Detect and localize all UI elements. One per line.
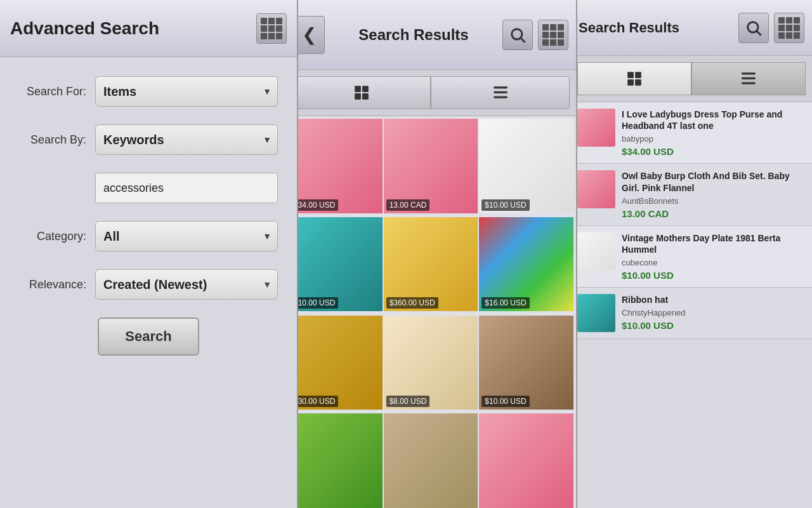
result-item[interactable]: $8.00 USD — [384, 316, 478, 410]
item-info: I Love Ladybugs Dress Top Purse and Head… — [622, 109, 806, 157]
svg-rect-15 — [742, 72, 756, 74]
middle-results-header: ❮ Search Results — [285, 0, 576, 70]
middle-results-title: Search Results — [325, 26, 502, 44]
svg-rect-4 — [355, 93, 361, 100]
item-price: $10.00 USD — [622, 320, 806, 331]
svg-rect-7 — [494, 91, 508, 93]
result-item[interactable] — [384, 413, 478, 508]
relevance-select[interactable]: Created (Newest) Created (Oldest) Price:… — [95, 269, 278, 300]
list-item[interactable]: I Love Ladybugs Dress Top Purse and Head… — [571, 102, 812, 164]
svg-rect-16 — [742, 77, 756, 79]
item-title: Owl Baby Burp Cloth And Bib Set. Baby Gi… — [622, 170, 806, 193]
result-item[interactable]: $10.00 USD — [479, 316, 573, 410]
result-item[interactable]: 13.00 CAD — [384, 119, 478, 213]
result-item[interactable]: $16.00 USD — [479, 217, 573, 312]
middle-grid-view-btn[interactable] — [292, 76, 431, 109]
middle-grid-icon — [542, 24, 564, 46]
item-info: Owl Baby Burp Cloth And Bib Set. Baby Gi… — [622, 170, 806, 218]
middle-header-icons — [502, 20, 568, 50]
right-search-button[interactable] — [738, 13, 769, 43]
middle-view-toggles — [285, 70, 576, 116]
search-by-select-wrapper: Keywords Tags Titles ▼ — [95, 124, 278, 155]
middle-results-panel: ❮ Search Results — [285, 0, 577, 508]
middle-grid-results: $34.00 USD 13.00 CAD $10.00 USD $10.00 U… — [285, 116, 576, 508]
middle-grid-button[interactable] — [538, 20, 568, 50]
svg-rect-3 — [362, 86, 369, 92]
svg-rect-17 — [742, 82, 756, 84]
right-grid-button[interactable] — [774, 13, 804, 43]
search-for-row: Search For: Items Shops Tags ▼ — [19, 76, 278, 107]
svg-rect-11 — [627, 72, 634, 78]
result-item[interactable]: $10.00 USD — [479, 119, 573, 213]
svg-rect-8 — [494, 96, 508, 98]
svg-point-0 — [512, 29, 522, 39]
relevance-row: Relevance: Created (Newest) Created (Old… — [19, 269, 278, 300]
middle-search-button[interactable] — [502, 20, 533, 50]
result-item[interactable] — [288, 413, 383, 508]
search-for-label: Search For: — [19, 85, 95, 98]
result-item-price: 13.00 CAD — [386, 199, 430, 211]
list-item[interactable]: Vintage Mothers Day Plate 1981 Berta Hum… — [571, 226, 812, 288]
right-results-header: Search Results — [571, 0, 812, 56]
right-grid-icon — [778, 17, 800, 39]
search-by-row: Search By: Keywords Tags Titles ▼ — [19, 124, 278, 155]
result-item[interactable]: $30.00 USD — [288, 316, 383, 410]
grid-icon — [261, 18, 282, 39]
advanced-search-panel: Advanced Search Search For: Items Shops … — [0, 0, 298, 508]
item-title: I Love Ladybugs Dress Top Purse and Head… — [622, 109, 806, 131]
item-price: 13.00 CAD — [622, 208, 806, 219]
item-price: $10.00 USD — [622, 270, 806, 281]
relevance-select-wrapper: Created (Newest) Created (Oldest) Price:… — [95, 269, 278, 300]
search-for-select-wrapper: Items Shops Tags ▼ — [95, 76, 278, 107]
list-item[interactable]: Owl Baby Burp Cloth And Bib Set. Baby Gi… — [571, 164, 812, 225]
right-list: I Love Ladybugs Dress Top Purse and Head… — [571, 102, 812, 508]
result-item-price: $10.00 USD — [481, 396, 529, 407]
right-list-view-btn[interactable] — [691, 62, 806, 95]
svg-rect-6 — [494, 86, 508, 88]
result-item-price: $16.00 USD — [481, 297, 529, 309]
result-item[interactable] — [479, 413, 573, 508]
item-title: Vintage Mothers Day Plate 1981 Berta Hum… — [622, 232, 806, 255]
list-item[interactable]: Ribbon hat ChristyHappened $10.00 USD — [571, 288, 812, 339]
middle-list-view-btn[interactable] — [431, 76, 570, 109]
search-by-label: Search By: — [19, 133, 95, 147]
svg-rect-14 — [635, 79, 641, 86]
right-results-panel: Search Results — [571, 0, 812, 508]
search-for-select[interactable]: Items Shops Tags — [95, 76, 278, 107]
item-thumbnail — [577, 109, 615, 147]
search-by-select[interactable]: Keywords Tags Titles — [95, 124, 278, 155]
grid-view-button[interactable] — [256, 13, 287, 44]
item-title: Ribbon hat — [622, 294, 806, 305]
item-seller: ChristyHappened — [622, 308, 806, 318]
item-thumbnail — [577, 170, 615, 208]
keyword-row — [19, 173, 278, 203]
svg-rect-5 — [362, 93, 369, 100]
right-results-title: Search Results — [579, 20, 738, 36]
category-select-wrapper: All Accessories Clothing Jewelry ▼ — [95, 221, 278, 251]
right-view-toggles — [571, 56, 812, 102]
result-item-price: $10.00 USD — [481, 199, 529, 211]
item-seller: AuntBsBonnets — [622, 196, 806, 206]
svg-point-9 — [748, 22, 758, 32]
svg-rect-13 — [627, 79, 634, 86]
svg-rect-2 — [355, 86, 361, 92]
item-price: $34.00 USD — [622, 146, 806, 157]
category-select[interactable]: All Accessories Clothing Jewelry — [95, 221, 278, 251]
item-thumbnail — [577, 294, 615, 332]
result-item[interactable]: $34.00 USD — [288, 119, 383, 213]
right-header-icons — [738, 13, 804, 43]
back-icon: ❮ — [302, 24, 317, 45]
keyword-input[interactable] — [95, 173, 278, 203]
result-item[interactable]: $10.00 USD — [288, 217, 383, 312]
svg-line-10 — [757, 31, 761, 35]
category-row: Category: All Accessories Clothing Jewel… — [19, 221, 278, 251]
item-info: Vintage Mothers Day Plate 1981 Berta Hum… — [622, 232, 806, 281]
advanced-search-title: Advanced Search — [10, 18, 159, 39]
item-info: Ribbon hat ChristyHappened $10.00 USD — [622, 294, 806, 332]
search-button[interactable]: Search — [98, 318, 199, 356]
result-item[interactable]: $360.00 USD — [384, 217, 478, 312]
svg-rect-12 — [635, 72, 641, 78]
item-seller: babypop — [622, 134, 806, 144]
result-item-price: $360.00 USD — [386, 297, 438, 309]
right-grid-view-btn[interactable] — [577, 62, 691, 95]
